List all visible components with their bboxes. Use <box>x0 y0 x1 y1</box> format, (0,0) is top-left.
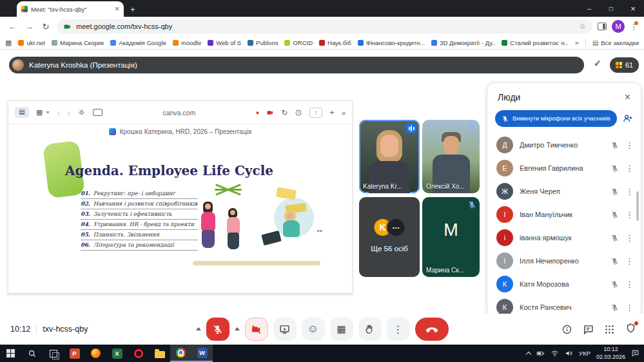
participant-count[interactable]: 61 <box>610 57 639 73</box>
bookmark-item[interactable]: Академія Google <box>110 39 166 46</box>
bookmark-favicon <box>248 40 253 46</box>
chat-icon[interactable] <box>583 324 594 335</box>
taskbar-explorer-icon[interactable] <box>149 345 170 362</box>
new-tab-button[interactable] <box>130 5 135 14</box>
close-button[interactable] <box>622 0 644 17</box>
participant-row[interactable]: І Ілля Нечипоренко <box>487 249 641 272</box>
participant-more-button[interactable] <box>625 140 632 150</box>
search-icon[interactable] <box>21 345 43 362</box>
video-tile-oleksii[interactable]: Олексій Хо... <box>422 120 480 193</box>
close-icon[interactable] <box>625 92 630 102</box>
browser-menu-icon[interactable] <box>630 22 638 32</box>
mute-all-button[interactable]: Вимкнути мікрофони всіх учасників <box>495 110 617 127</box>
video-tile-maryna[interactable]: M Марина Ск... <box>422 197 480 277</box>
participant-more-button[interactable] <box>625 187 632 196</box>
mic-options-chevron-icon[interactable] <box>196 325 201 330</box>
bookmark-item[interactable]: ukr.net <box>18 39 45 46</box>
bookmark-item[interactable]: Publons <box>248 39 278 46</box>
record-icon <box>256 110 259 116</box>
taskbar-powerpoint-icon[interactable] <box>64 345 85 362</box>
tab-close-icon[interactable] <box>115 5 119 13</box>
camera-in-use-icon[interactable] <box>63 23 72 31</box>
share-icon <box>309 108 322 118</box>
participant-row[interactable]: Д Дмитро Тимченко <box>487 133 641 157</box>
raise-hand-button[interactable] <box>358 318 382 341</box>
meet-favicon <box>21 6 28 12</box>
scrollbar[interactable] <box>636 191 639 221</box>
gear-icon <box>77 108 86 117</box>
taskbar-clock[interactable]: 10:12 02.03.2026 <box>596 346 625 361</box>
action-center-icon[interactable] <box>631 349 639 357</box>
taskbar-firefox-icon[interactable] <box>85 345 106 362</box>
bookmark-item[interactable]: Фінансово-кредитн... <box>358 39 425 46</box>
bookmark-favicon <box>208 40 213 46</box>
start-button[interactable] <box>0 345 21 362</box>
bookmark-star-icon[interactable] <box>579 22 586 31</box>
meet-control-bar: 10:12 txv-hcss-qby <box>0 314 644 345</box>
bookmark-item[interactable]: ORCID <box>284 39 313 46</box>
reactions-button[interactable] <box>302 318 325 341</box>
participant-more-button[interactable] <box>625 256 632 266</box>
host-controls-icon[interactable] <box>625 323 636 336</box>
participant-more-button[interactable] <box>625 164 632 173</box>
bookmark-item[interactable]: Наук.біб <box>319 39 351 46</box>
participant-more-button[interactable] <box>625 280 632 289</box>
camera-button[interactable] <box>245 318 268 341</box>
back-button[interactable] <box>6 22 18 32</box>
present-button[interactable] <box>273 318 297 341</box>
maximize-button[interactable] <box>600 0 622 17</box>
participant-name: Женя Череп <box>520 187 604 195</box>
volume-icon[interactable] <box>565 349 573 357</box>
participant-more-button[interactable] <box>625 210 632 220</box>
bookmark-item[interactable]: moodle <box>173 39 201 46</box>
activities-icon[interactable] <box>604 324 615 335</box>
mic-button[interactable] <box>206 318 229 341</box>
participant-row[interactable]: і іванна ярмошук <box>487 226 641 249</box>
participant-more-button[interactable] <box>625 303 632 312</box>
profile-avatar[interactable]: M <box>612 20 625 33</box>
language-indicator[interactable]: УКР <box>579 350 590 357</box>
info-icon[interactable] <box>561 324 572 335</box>
address-bar[interactable]: meet.google.com/txv-hcss-qby <box>57 19 592 33</box>
slide-title: Agenda. Employee Life Cycle <box>65 163 273 178</box>
bookmark-favicon <box>431 40 437 46</box>
minimize-button[interactable] <box>578 0 600 17</box>
overflow-tile[interactable]: K Ще 56 осіб <box>359 197 420 277</box>
video-tile-kateryna[interactable]: Kateryna Kr... <box>359 120 420 193</box>
participant-row[interactable]: І Іван Мануїльчик <box>487 203 641 226</box>
browser-tab[interactable]: Meet: "txv-hcss-qby" <box>17 1 124 17</box>
participant-row[interactable]: Ж Женя Череп <box>487 180 641 203</box>
taskbar-opera-icon[interactable] <box>128 345 149 362</box>
participant-name: Іван Мануїльчик <box>520 211 604 218</box>
task-view-icon[interactable] <box>43 345 64 362</box>
wifi-icon[interactable] <box>551 349 559 357</box>
add-people-icon[interactable] <box>622 113 633 124</box>
mic-muted-icon <box>610 141 619 149</box>
side-panel-icon[interactable] <box>598 23 607 30</box>
bookmark-item[interactable]: 3D Демократії - Ду.. <box>431 39 495 46</box>
participant-avatar: Ж <box>496 183 513 200</box>
more-options-button[interactable] <box>387 318 410 341</box>
participant-row[interactable]: Е Евгения Гаврилина <box>487 157 641 180</box>
participant-more-button[interactable] <box>625 233 632 243</box>
apps-grid-icon[interactable] <box>5 39 12 47</box>
forward-button[interactable] <box>23 22 35 32</box>
mic-muted-icon <box>610 164 619 173</box>
layout-button[interactable] <box>330 318 353 341</box>
bookmark-item[interactable]: Web of S <box>208 39 241 46</box>
taskbar-chrome-icon[interactable] <box>170 345 191 362</box>
camera-options-chevron-icon[interactable] <box>235 325 240 330</box>
end-call-button[interactable] <box>415 318 449 341</box>
tray-expand-icon[interactable] <box>526 352 531 357</box>
all-bookmarks-button[interactable]: Все закладки <box>592 39 639 46</box>
battery-icon[interactable] <box>536 349 545 357</box>
bookmarks-overflow-icon[interactable] <box>575 39 579 46</box>
participant-row[interactable]: К Катя Морозова <box>487 272 641 296</box>
taskbar-word-icon[interactable] <box>191 345 213 362</box>
bookmark-item[interactable]: Марина Скорик <box>52 39 104 46</box>
tile-name: Олексій Хо... <box>426 183 465 190</box>
bookmark-item[interactable]: Сталий розвиток: н.. <box>502 39 568 46</box>
taskbar-excel-icon[interactable] <box>106 345 128 362</box>
scribble-decoration <box>213 178 243 202</box>
reload-button[interactable] <box>40 22 52 32</box>
